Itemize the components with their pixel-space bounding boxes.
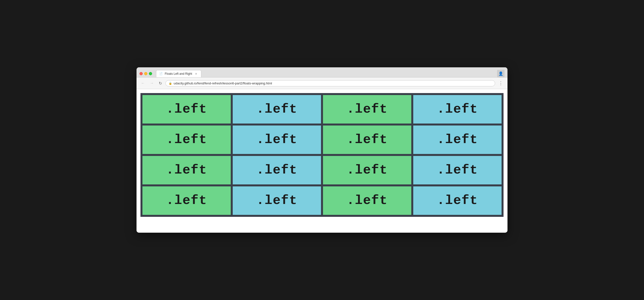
browser-content: .left .left .left .left .left .left .lef… — [136, 89, 508, 233]
reload-button[interactable]: ↻ — [157, 80, 164, 87]
float-box-2-2: .left — [233, 126, 321, 154]
address-input[interactable] — [174, 81, 492, 85]
float-box-4-2: .left — [233, 186, 321, 215]
traffic-lights — [140, 72, 152, 75]
float-box-2-1: .left — [142, 126, 231, 154]
float-box-1-4: .left — [413, 95, 502, 124]
profile-icon[interactable]: 👤 — [497, 70, 504, 77]
float-box-3-1: .left — [142, 156, 231, 184]
float-box-2-4: .left — [413, 126, 502, 154]
address-lock-icon: 🔒 — [169, 82, 172, 85]
tab-close-button[interactable]: × — [194, 72, 198, 76]
profile-avatar-icon: 👤 — [498, 71, 503, 76]
float-box-4-4: .left — [413, 186, 502, 215]
float-box-3-3: .left — [323, 156, 411, 184]
float-container: .left .left .left .left .left .left .lef… — [140, 93, 504, 217]
maximize-traffic-light[interactable] — [149, 72, 152, 75]
browser-tab[interactable]: 📄 Floats Left and Right × — [156, 70, 201, 77]
back-button[interactable]: ← — [140, 80, 146, 86]
address-bar[interactable]: 🔒 — [166, 80, 495, 86]
float-box-3-4: .left — [413, 156, 502, 184]
float-box-3-2: .left — [233, 156, 321, 184]
browser-titlebar: 📄 Floats Left and Right × 👤 — [136, 67, 508, 78]
float-box-1-1: .left — [142, 95, 231, 124]
tab-bar: 📄 Floats Left and Right × — [156, 70, 495, 77]
close-traffic-light[interactable] — [140, 72, 143, 75]
float-box-1-3: .left — [323, 95, 411, 124]
forward-button[interactable]: → — [148, 80, 155, 86]
float-box-2-3: .left — [323, 126, 411, 154]
browser-menu-button[interactable]: ⋮ — [497, 80, 504, 87]
browser-window: 📄 Floats Left and Right × 👤 ← → ↻ 🔒 ⋮ .l… — [136, 67, 508, 233]
tab-title: Floats Left and Right — [165, 72, 192, 76]
minimize-traffic-light[interactable] — [144, 72, 148, 75]
float-box-4-1: .left — [142, 186, 231, 215]
browser-toolbar: ← → ↻ 🔒 ⋮ — [136, 78, 508, 89]
float-box-4-3: .left — [323, 186, 411, 215]
float-box-1-2: .left — [233, 95, 321, 124]
tab-icon: 📄 — [159, 72, 163, 75]
